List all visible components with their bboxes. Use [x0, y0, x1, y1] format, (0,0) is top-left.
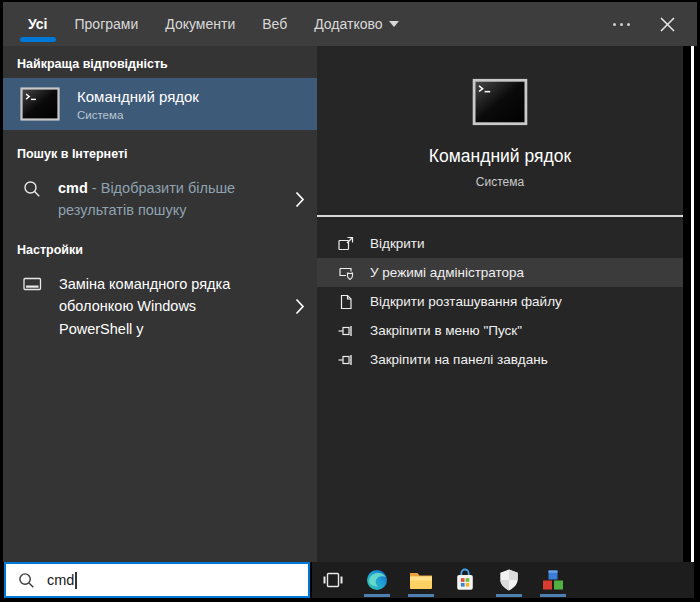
search-icon [18, 572, 35, 589]
action-open[interactable]: Відкрити [317, 229, 683, 258]
command-prompt-icon [20, 87, 60, 121]
tab-web-label: Веб [262, 16, 287, 32]
admin-shield-icon [337, 265, 355, 281]
microsoft-store-button[interactable] [450, 562, 480, 598]
web-search-query: cmd [58, 180, 88, 196]
action-open-file-location[interactable]: Відкрити розташування файлу [317, 287, 683, 316]
action-pin-to-start-label: Закріпити в меню "Пуск" [370, 323, 522, 338]
preview-subtitle: Система [317, 175, 683, 189]
preview-separator [317, 215, 683, 217]
taskbar [312, 562, 694, 598]
tab-all-label: Усі [28, 16, 48, 32]
console-window-icon [23, 276, 42, 292]
tab-more-label: Додатково [314, 16, 382, 32]
windows-security-button[interactable] [494, 562, 524, 598]
tab-documents-label: Документи [165, 16, 235, 32]
chevron-down-icon [389, 21, 399, 27]
search-input-value: cmd [47, 572, 74, 588]
tab-web[interactable]: Веб [262, 3, 287, 45]
action-pin-to-start[interactable]: Закріпити в меню "Пуск" [317, 316, 683, 345]
colored-blocks-app-icon [541, 568, 565, 592]
best-match-title: Командний рядок [77, 88, 199, 105]
tab-apps[interactable]: Програми [75, 3, 139, 45]
search-icon [23, 180, 41, 198]
task-view-button[interactable] [318, 562, 348, 598]
chevron-right-icon [295, 298, 305, 315]
action-pin-to-taskbar-label: Закріпити на панелі завдань [370, 352, 548, 367]
action-open-file-location-label: Відкрити розташування файлу [370, 294, 562, 309]
colored-blocks-app-button[interactable] [538, 562, 568, 598]
action-pin-to-taskbar[interactable]: Закріпити на панелі завдань [317, 345, 683, 374]
action-run-as-admin-label: У режимі адміністратора [370, 265, 524, 280]
action-run-as-admin[interactable]: У режимі адміністратора [317, 258, 683, 287]
tab-apps-label: Програми [75, 16, 139, 32]
tab-documents[interactable]: Документи [165, 3, 235, 45]
best-match-subtitle: Система [77, 109, 199, 121]
task-view-icon [323, 571, 343, 589]
windows-security-icon [498, 568, 520, 592]
web-search-text: cmd - Відобразити більше результатів пош… [58, 177, 256, 222]
file-explorer-button[interactable] [406, 562, 436, 598]
close-icon[interactable] [660, 17, 675, 32]
tab-all[interactable]: Усі [28, 3, 48, 45]
best-match-result[interactable]: Командний рядок Система [3, 78, 317, 130]
more-options-icon[interactable] [613, 23, 630, 26]
frame-highlight-line [691, 46, 694, 562]
preview-panel: Командний рядок Система Відкрити [317, 46, 683, 563]
microsoft-store-icon [454, 568, 476, 592]
command-prompt-icon-large [472, 78, 528, 126]
web-search-header: Пошук в Інтернеті [3, 136, 317, 168]
web-search-result[interactable]: cmd - Відобразити більше результатів пош… [3, 168, 317, 228]
chevron-right-icon [295, 191, 305, 208]
search-filter-tabs: Усі Програми Документи Веб Додатково [3, 2, 697, 46]
file-location-icon [337, 294, 355, 310]
settings-result-label: Заміна командного рядка оболонкою Window… [59, 273, 271, 340]
action-open-label: Відкрити [370, 236, 425, 251]
best-match-header: Найкраща відповідність [3, 46, 317, 78]
active-tab-underline [20, 37, 56, 42]
results-panel: Найкраща відповідність Командний рядок С… [3, 46, 317, 562]
file-explorer-icon [409, 570, 433, 590]
search-flyout: Усі Програми Документи Веб Додатково [0, 0, 700, 602]
open-icon [337, 236, 355, 252]
text-cursor [75, 572, 77, 589]
search-input[interactable]: cmd [4, 562, 310, 598]
microsoft-edge-icon [365, 568, 389, 592]
pin-icon [337, 323, 355, 339]
tab-more[interactable]: Додатково [314, 3, 398, 45]
settings-result[interactable]: Заміна командного рядка оболонкою Window… [3, 264, 317, 346]
pin-icon [337, 352, 355, 368]
preview-title: Командний рядок [317, 146, 683, 167]
settings-header: Настройки [3, 232, 317, 264]
microsoft-edge-button[interactable] [362, 562, 392, 598]
